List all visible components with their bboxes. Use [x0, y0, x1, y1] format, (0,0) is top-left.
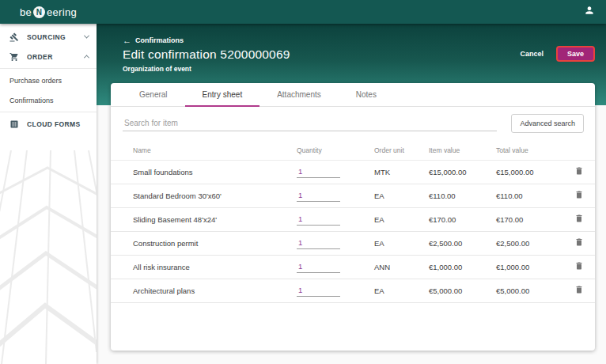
quantity-cell — [297, 214, 374, 226]
quantity-cell — [297, 166, 374, 178]
back-arrow-icon: ← — [123, 37, 131, 44]
item-name-cell: Standard Bedroom 30'x60' — [133, 191, 297, 200]
tab-label: Attachments — [277, 90, 321, 99]
app-window: beNeering SOURCING ORDER Purchase order — [0, 0, 606, 364]
cancel-button[interactable]: Cancel — [520, 50, 544, 58]
delete-row-button[interactable] — [574, 285, 595, 297]
trash-icon — [574, 237, 584, 249]
delete-row-button[interactable] — [574, 214, 595, 226]
table-row: Standard Bedroom 30'x60' EA €110.00 €110… — [111, 184, 595, 208]
item-name-cell: Construction permit — [133, 239, 297, 248]
tab-label: General — [139, 90, 168, 99]
user-account-button[interactable] — [584, 5, 595, 19]
delete-row-button[interactable] — [574, 190, 595, 202]
person-icon — [584, 5, 595, 19]
order-unit-cell: MTK — [374, 168, 429, 176]
quantity-input[interactable] — [297, 166, 340, 178]
quantity-cell — [297, 285, 374, 297]
entry-table-body: Small foundations MTK €15,000.00 €15,000… — [111, 161, 595, 303]
back-link-label: Confirmations — [135, 36, 184, 44]
sidebar: SOURCING ORDER Purchase orders Confirmat… — [0, 24, 97, 364]
table-row: All risk insurance ANN €1,000.00 €1,000.… — [111, 256, 595, 279]
column-header-item-value: Item value — [429, 146, 496, 154]
order-unit-cell: EA — [374, 239, 429, 248]
quantity-input[interactable] — [297, 285, 340, 297]
total-value-cell: €170.00 — [496, 215, 573, 224]
table-row: Small foundations MTK €15,000.00 €15,000… — [111, 161, 595, 184]
sidebar-subitem-label: Purchase orders — [9, 77, 62, 85]
forms-icon — [9, 119, 20, 129]
sidebar-item-order[interactable]: ORDER — [0, 47, 97, 66]
logo-n-icon: N — [33, 6, 45, 18]
table-header-row: Name Quantity Order unit Item value Tota… — [111, 140, 595, 161]
total-value-cell: €2,500.00 — [496, 239, 573, 248]
search-input[interactable] — [123, 116, 497, 131]
sidebar-item-purchase-orders[interactable]: Purchase orders — [0, 70, 97, 90]
quantity-cell — [297, 261, 374, 273]
item-value-cell: €1,000.00 — [429, 263, 496, 271]
quantity-input[interactable] — [297, 261, 340, 273]
tab-label: Notes — [356, 90, 377, 99]
delete-row-button[interactable] — [574, 261, 595, 273]
tab-entry-sheet[interactable]: Entry sheet — [185, 83, 260, 106]
page-subtitle: Organization of event — [123, 65, 595, 73]
item-name-cell: Sliding Basement 48'x24' — [133, 215, 297, 224]
sidebar-item-label: ORDER — [27, 53, 53, 61]
search-section: Advanced search — [111, 107, 595, 140]
total-value-cell: €5,000.00 — [496, 286, 573, 295]
back-to-confirmations-link[interactable]: ← Confirmations — [123, 36, 595, 44]
tab-general[interactable]: General — [122, 83, 185, 106]
trash-icon — [574, 261, 584, 273]
logo-text-suffix: eering — [47, 6, 77, 18]
column-header-order-unit: Order unit — [374, 146, 429, 154]
sidebar-item-cloud-forms[interactable]: CLOUD FORMS — [0, 114, 97, 134]
delete-row-button[interactable] — [574, 237, 595, 249]
table-row: Construction permit EA €2,500.00 €2,500.… — [111, 232, 595, 256]
header-actions: Cancel Save — [520, 46, 595, 62]
chevron-down-icon — [84, 33, 89, 39]
sidebar-item-confirmations[interactable]: Confirmations — [0, 90, 97, 110]
trash-icon — [574, 190, 584, 202]
sidebar-divider — [0, 68, 97, 69]
save-button[interactable]: Save — [556, 46, 595, 62]
item-value-cell: €15,000.00 — [429, 168, 496, 176]
order-unit-cell: EA — [374, 286, 429, 295]
sidebar-divider — [0, 112, 97, 112]
column-header-name: Name — [133, 146, 297, 154]
tab-notes[interactable]: Notes — [339, 83, 394, 106]
sidebar-item-label: SOURCING — [27, 33, 66, 41]
delete-row-button[interactable] — [574, 166, 595, 178]
order-unit-cell: EA — [374, 215, 429, 224]
building-watermark-image — [0, 150, 97, 364]
column-header-quantity: Quantity — [297, 146, 374, 154]
quantity-input[interactable] — [297, 190, 340, 202]
tab-attachments[interactable]: Attachments — [259, 83, 339, 106]
order-unit-cell: EA — [374, 191, 429, 200]
quantity-cell — [297, 190, 374, 202]
quantity-cell — [297, 237, 374, 249]
cart-icon — [9, 52, 20, 62]
item-value-cell: €170.00 — [429, 215, 496, 224]
item-name-cell: Architectural plans — [133, 286, 297, 295]
top-app-bar: beNeering — [0, 0, 606, 24]
tab-label: Entry sheet — [203, 90, 243, 99]
table-row: Architectural plans EA €5,000.00 €5,000.… — [111, 279, 595, 303]
sidebar-item-label: CLOUD FORMS — [27, 120, 81, 128]
trash-icon — [574, 214, 584, 226]
quantity-input[interactable] — [297, 214, 340, 226]
item-value-cell: €5,000.00 — [429, 286, 496, 295]
order-unit-cell: ANN — [374, 263, 429, 271]
advanced-search-button[interactable]: Advanced search — [511, 114, 584, 133]
chevron-up-icon — [84, 55, 89, 60]
column-header-total-value: Total value — [496, 146, 573, 154]
item-name-cell: All risk insurance — [133, 263, 297, 271]
tab-bar: General Entry sheet Attachments Notes — [111, 83, 595, 107]
trash-icon — [574, 285, 584, 297]
gavel-icon — [9, 32, 20, 42]
quantity-input[interactable] — [297, 237, 340, 249]
trash-icon — [574, 166, 584, 178]
sidebar-item-sourcing[interactable]: SOURCING — [0, 27, 97, 47]
sidebar-subitem-label: Confirmations — [9, 97, 54, 104]
total-value-cell: €1,000.00 — [496, 263, 573, 271]
logo-text-prefix: be — [20, 6, 32, 18]
